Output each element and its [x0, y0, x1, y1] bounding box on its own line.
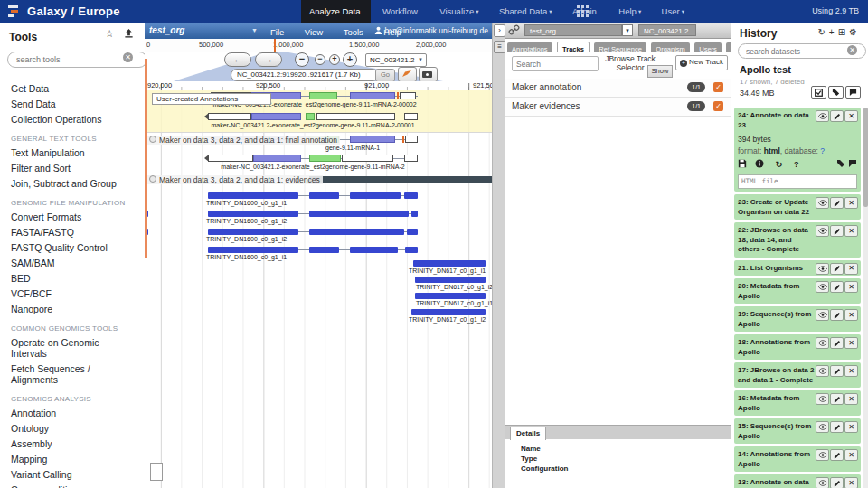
track-handle-icon[interactable]	[149, 175, 156, 183]
zoom-in-icon[interactable]: +	[329, 54, 340, 65]
track-handle-icon[interactable]	[149, 136, 156, 143]
delete-x-icon[interactable]: ✕	[844, 110, 858, 122]
database-link[interactable]: ?	[820, 146, 825, 155]
apollo-refseq-select[interactable]: NC_003421.2	[638, 24, 696, 36]
refseq-select[interactable]: NC_003421.2▼	[365, 53, 427, 67]
zoom-out-icon[interactable]: −	[315, 54, 326, 65]
eye-icon[interactable]	[816, 225, 829, 237]
delete-x-icon[interactable]: ✕	[844, 477, 858, 488]
delete-x-icon[interactable]: ✕	[844, 263, 858, 275]
eye-icon[interactable]	[816, 197, 829, 209]
masthead-nav-item[interactable]: Workflow	[374, 0, 428, 23]
eye-icon[interactable]	[816, 393, 829, 405]
history-dataset-item[interactable]: ✕ 17: JBrowse on data 2 and data 1 - Com…	[734, 362, 861, 388]
history-dataset-item-expanded[interactable]: ✕ 13: Annotate on data 12 394 bytes form…	[734, 474, 861, 488]
history-dataset-item[interactable]: ✕ 21: List Organisms	[734, 260, 861, 277]
track-checkbox[interactable]: ✓	[713, 82, 723, 92]
tools-entry[interactable]: FASTQ Quality Control	[0, 239, 145, 255]
tools-entry[interactable]: FASTA/FASTQ	[0, 224, 145, 239]
dataset-preview[interactable]: HTML file	[738, 174, 857, 189]
apollo-tab[interactable]: Ref Sequence	[594, 42, 646, 52]
location-input[interactable]	[231, 69, 379, 81]
delete-x-icon[interactable]: ✕	[844, 281, 858, 293]
eye-icon[interactable]	[816, 365, 829, 377]
tools-entry[interactable]: Variant Calling	[0, 466, 145, 482]
comment-icon[interactable]	[845, 86, 861, 99]
clear-search-icon[interactable]: ✕	[847, 45, 857, 55]
refresh-icon[interactable]: ↻	[817, 27, 828, 37]
comment-icon[interactable]	[848, 159, 857, 168]
track-checkbox[interactable]: ✓	[713, 101, 723, 111]
history-dataset-item[interactable]: ✕ 15: Sequence(s) from Apollo	[734, 418, 861, 444]
zoom-out-far-icon[interactable]: −	[295, 52, 309, 67]
scrollbar-thumb[interactable]	[863, 108, 868, 207]
delete-x-icon[interactable]: ✕	[844, 421, 858, 433]
tags-icon[interactable]	[836, 159, 845, 168]
masthead-nav-item[interactable]: User▾	[654, 0, 693, 23]
show-button[interactable]: Show	[647, 65, 673, 78]
history-dataset-item[interactable]: ✕ 23: Create or Update Organism on data …	[734, 194, 861, 220]
tools-entry[interactable]: Convert Formats	[0, 209, 145, 224]
eye-icon[interactable]	[816, 449, 829, 461]
delete-x-icon[interactable]: ✕	[844, 225, 858, 237]
history-scrollbar[interactable]	[863, 108, 868, 488]
tools-entry[interactable]: Send Data	[0, 96, 145, 111]
tools-entry[interactable]: SAM/BAM	[0, 255, 145, 270]
apollo-track-row[interactable]: Maker evidences 1/1 ✓	[505, 98, 731, 117]
history-dataset-item[interactable]: ✕ 20: Metadata from Apollo	[734, 278, 861, 304]
pencil-icon[interactable]	[830, 421, 844, 433]
eye-icon[interactable]	[816, 421, 829, 433]
tools-entry[interactable]: Assembly	[0, 436, 145, 451]
eye-icon[interactable]	[816, 281, 829, 293]
track-label[interactable]: User-created Annotations	[152, 93, 271, 105]
user-account[interactable]: hxr@informatik.uni-freiburg.de	[374, 23, 488, 39]
tools-entry[interactable]: VCF/BCF	[0, 286, 145, 301]
tags-icon[interactable]	[828, 86, 844, 99]
pencil-icon[interactable]	[830, 337, 844, 349]
delete-x-icon[interactable]: ✕	[844, 309, 858, 321]
apollo-track-row[interactable]: Maker annotation 1/1 ✓	[505, 79, 731, 98]
help-icon[interactable]: ?	[790, 159, 802, 170]
eye-icon[interactable]	[816, 263, 829, 275]
pan-left-button[interactable]: ←	[224, 52, 251, 67]
organism-select[interactable]: test_org	[149, 23, 184, 39]
pencil-icon[interactable]	[830, 197, 844, 209]
tools-entry[interactable]: Operate on Genomic Intervals	[0, 334, 145, 361]
track-label[interactable]: Maker on data 3, data 2, and data 1: fin…	[146, 136, 340, 145]
favorites-star-icon[interactable]: ☆	[105, 28, 114, 40]
eye-icon[interactable]	[816, 477, 829, 488]
masthead-nav-item[interactable]: Visualize▾	[431, 0, 486, 23]
eye-icon[interactable]	[816, 110, 829, 122]
highlight-button[interactable]	[398, 67, 417, 82]
apollo-tab[interactable]: Users	[694, 42, 722, 52]
apollo-tab[interactable]: Organism	[651, 42, 690, 52]
history-dataset-item[interactable]: ✕ 14: Annotations from Apollo	[734, 446, 861, 472]
tools-entry[interactable]: Filter and Sort	[0, 160, 145, 175]
masthead-nav-item[interactable]: Help▾	[610, 0, 649, 23]
pencil-icon[interactable]	[830, 449, 844, 461]
pencil-icon[interactable]	[830, 110, 844, 122]
tools-entry[interactable]: Fetch Sequences / Alignments	[0, 361, 145, 387]
delete-x-icon[interactable]: ✕	[844, 393, 858, 405]
switch-history-icon[interactable]: ⊞	[838, 27, 849, 37]
tools-entry[interactable]: Collection Operations	[0, 111, 145, 127]
pencil-icon[interactable]	[830, 263, 844, 275]
snapshot-button[interactable]	[419, 67, 438, 82]
tools-entry[interactable]: Get Data	[0, 80, 145, 96]
tools-entry[interactable]: Genome editing	[0, 482, 145, 488]
apps-grid-icon[interactable]	[577, 5, 589, 17]
pencil-icon[interactable]	[830, 365, 844, 377]
history-dataset-item[interactable]: ✕ 16: Metadata from Apollo	[734, 390, 861, 416]
chevron-down-icon[interactable]: ▼	[622, 24, 633, 36]
track-label[interactable]: Maker on data 3, data 2, and data 1: evi…	[146, 175, 323, 184]
history-dataset-item[interactable]: ✕ 22: JBrowse on data 18, data 14, and o…	[734, 222, 861, 258]
tools-entry[interactable]: Annotation	[0, 405, 145, 420]
delete-x-icon[interactable]: ✕	[844, 337, 858, 349]
history-options-gear-icon[interactable]: ⚙	[849, 27, 861, 37]
apollo-tab[interactable]: Annotations	[507, 42, 552, 52]
delete-x-icon[interactable]: ✕	[844, 365, 858, 377]
apollo-tab[interactable]: Tracks	[557, 42, 590, 52]
new-track-button[interactable]: +New Track	[675, 55, 728, 70]
masthead-nav-item[interactable]: Shared Data▾	[491, 0, 561, 23]
rerun-icon[interactable]: ↻	[773, 159, 785, 170]
